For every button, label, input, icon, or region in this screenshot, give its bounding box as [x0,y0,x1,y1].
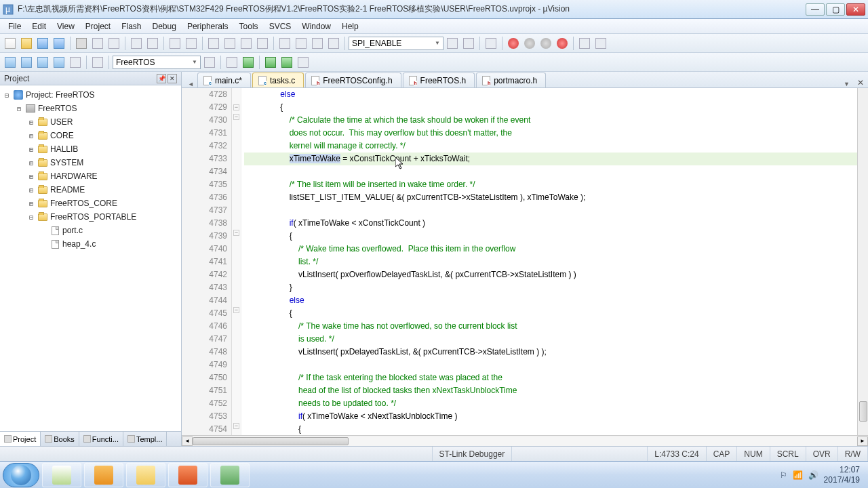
uncomment-button[interactable] [326,36,341,51]
find-button[interactable] [445,36,460,51]
download-button[interactable] [90,55,105,70]
menu-tools[interactable]: Tools [234,20,264,33]
find-combo[interactable]: SPI_ENABLE▼ [349,37,443,50]
configure-button[interactable] [593,36,608,51]
tray-network-icon[interactable]: 📶 [793,470,803,480]
breakpoint-insert-button[interactable] [506,36,521,51]
bookmark-prev-button[interactable] [222,36,237,51]
open-button[interactable] [19,36,34,51]
panel-tab-books[interactable]: Books [41,432,79,446]
minimize-button[interactable]: — [806,3,825,16]
window-layout-button[interactable] [577,36,592,51]
editor-tab-FreeRTOS-h[interactable]: FreeRTOS.h [403,73,475,87]
editor-close-button[interactable]: ✕ [853,78,868,87]
panel-close-button[interactable]: ✕ [167,74,177,83]
breakpoint-disable-button[interactable] [538,36,553,51]
comment-button[interactable] [310,36,325,51]
tree-group-system[interactable]: ⊞SYSTEM [0,156,181,169]
hscroll-right-button[interactable]: ► [857,436,868,446]
taskbar-item-explorer[interactable] [126,463,165,487]
panel-pin-button[interactable]: 📌 [157,74,166,83]
tree-group-hardware[interactable]: ⊞HARDWARE [0,169,181,183]
tree-group-hallib[interactable]: ⊞HALLIB [0,142,181,156]
menu-help[interactable]: Help [336,20,364,33]
save-button[interactable] [35,36,50,51]
fold-column[interactable]: −−−−− [232,88,241,435]
panel-tab-project[interactable]: Project [0,432,41,446]
close-button[interactable]: ✕ [846,3,865,16]
tray-flag-icon[interactable]: ⚐ [780,470,787,480]
tree-project-root[interactable]: ⊟Project: FreeRTOS [0,88,181,102]
outdent-button[interactable] [294,36,309,51]
tree-group-readme[interactable]: ⊞README [0,183,181,197]
tab-nav-left[interactable]: ◄ [186,81,196,87]
target-options-button[interactable] [202,55,217,70]
breakpoint-enable-button[interactable] [522,36,537,51]
tree-group-freertos_portable[interactable]: ⊟FreeRTOS_PORTABLE [0,210,181,224]
manage-project-button[interactable] [224,55,239,70]
select-pack-button[interactable] [263,55,278,70]
bookmark-next-button[interactable] [239,36,254,51]
translate-button[interactable] [3,55,18,70]
editor-tab-FreeRTOSConfig-h[interactable]: FreeRTOSConfig.h [305,73,401,87]
project-tree[interactable]: ⊟Project: FreeRTOS⊟FreeRTOS⊞USER⊞CORE⊞HA… [0,85,181,431]
tab-list-dropdown[interactable]: ▼ [842,81,852,87]
target-combo[interactable]: FreeRTOS▼ [113,56,201,69]
horizontal-scrollbar[interactable]: ◄ ► [182,435,868,446]
vertical-scrollbar[interactable] [857,88,868,435]
start-button[interactable] [3,463,39,487]
pack-installer-button[interactable] [279,55,294,70]
bookmark-toggle-button[interactable] [206,36,221,51]
taskbar-item-powerpoint[interactable] [168,463,208,487]
nav-fwd-button[interactable] [184,36,199,51]
editor-tab-main-c-[interactable]: main.c* [197,73,251,87]
tray-volume-icon[interactable]: 🔊 [808,470,818,480]
copy-button[interactable] [90,36,105,51]
manage-rte-button[interactable] [241,55,256,70]
tree-file-port-c[interactable]: port.c [0,224,181,237]
bookmark-clear-button[interactable] [255,36,270,51]
editor-tab-tasks-c[interactable]: tasks.c [252,73,304,87]
menu-flash[interactable]: Flash [116,20,146,33]
menu-peripherals[interactable]: Peripherals [182,20,234,33]
stop-build-button[interactable] [68,55,83,70]
paste-button[interactable] [106,36,121,51]
nav-back-button[interactable] [167,36,182,51]
menu-debug[interactable]: Debug [147,20,182,33]
menu-project[interactable]: Project [80,20,116,33]
tray-clock[interactable]: 12:07 2017/4/19 [824,465,860,485]
taskbar-item-uvision[interactable] [210,463,250,487]
menu-edit[interactable]: Edit [26,20,52,33]
tree-group-core[interactable]: ⊞CORE [0,129,181,142]
batch-build-button[interactable] [52,55,66,70]
taskbar-item-libreoffice[interactable] [42,463,81,487]
find-in-files-button[interactable] [461,36,476,51]
tree-group-user[interactable]: ⊞USER [0,115,181,129]
panel-tab-functi[interactable]: Functi... [79,432,123,446]
rebuild-button[interactable] [35,55,50,70]
menu-window[interactable]: Window [296,20,336,33]
save-all-button[interactable] [52,36,66,51]
redo-button[interactable] [145,36,160,51]
code-view[interactable]: else { /* Calculate the time at which th… [241,88,868,435]
editor-tab-portmacro-h[interactable]: portmacro.h [476,73,546,87]
tree-file-heap_4-c[interactable]: heap_4.c [0,237,181,251]
menu-view[interactable]: View [52,20,80,33]
taskbar-item-foxit[interactable] [84,463,123,487]
hscroll-left-button[interactable]: ◄ [182,436,193,446]
new-button[interactable] [3,36,18,51]
maximize-button[interactable]: ▢ [826,3,845,16]
misc-button[interactable] [296,55,311,70]
tree-target[interactable]: ⊟FreeRTOS [0,102,181,115]
menu-svcs[interactable]: SVCS [264,20,297,33]
breakpoint-kill-button[interactable] [555,36,570,51]
cut-button[interactable] [74,36,89,51]
build-button[interactable] [19,55,34,70]
menu-file[interactable]: File [3,20,26,33]
editor-body[interactable]: 4728472947304731473247334734473547364737… [182,88,868,435]
debug-start-button[interactable] [484,36,498,51]
tree-group-freertos_core[interactable]: ⊞FreeRTOS_CORE [0,197,181,210]
panel-tab-templ[interactable]: Templ... [123,432,167,446]
indent-button[interactable] [277,36,292,51]
system-tray[interactable]: ⚐ 📶 🔊 12:07 2017/4/19 [774,465,865,485]
